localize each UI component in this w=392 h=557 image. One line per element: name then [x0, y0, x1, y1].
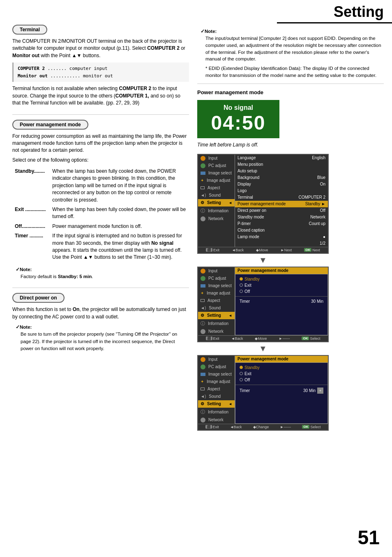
sidebar-input[interactable]: Input	[198, 155, 235, 162]
terminal-section: Terminal The COMPUTER IN 2/MONITOR OUT t…	[12, 25, 189, 107]
osd2-exit[interactable]: Exit	[235, 282, 327, 288]
right-note: ✓Note: The input/output terminal [Comput…	[201, 28, 384, 79]
osd3-main-area: Input PC adjust Image select ✦ Image adj…	[198, 356, 328, 424]
arrow-down-2: ▼	[197, 344, 329, 353]
sidebar-image-select[interactable]: Image select	[198, 169, 235, 177]
osd1-row-power-mgmt[interactable]: Power management modeStandby ►	[235, 201, 328, 207]
osd1-row-language: LanguageEnglish	[235, 155, 328, 161]
osd3-sidebar-input[interactable]: Input	[198, 356, 235, 363]
osd1-row-auto-setup: Auto setup	[235, 168, 328, 174]
osd3-sidebar-network[interactable]: Network	[198, 416, 235, 424]
sidebar-sound[interactable]: ◄) Sound	[198, 192, 235, 199]
power-mgmt-section: Power management mode For reducing power…	[12, 120, 189, 281]
osd3-exit[interactable]: Exit	[235, 371, 327, 377]
osd2-aspect-icon	[201, 299, 205, 302]
osd-panel-3: Input PC adjust Image select ✦ Image adj…	[197, 355, 329, 431]
divider2	[12, 288, 189, 288]
osd3-sidebar-img-adj[interactable]: ✦ Image adjust	[198, 378, 235, 385]
osd3-sidebar-sound[interactable]: ◄) Sound	[198, 393, 235, 400]
osd3-sidebar-img-sel[interactable]: Image select	[198, 371, 235, 378]
sidebar-image-adjust[interactable]: ✦ Image adjust	[198, 177, 235, 184]
image-adjust-icon: ✦	[201, 178, 204, 183]
osd1-row-page: 1/2	[235, 240, 328, 247]
power-mgmt-note: ✓Note: Factory default is Standby: 5 min…	[16, 266, 189, 281]
osd3-standby[interactable]: Standby	[235, 364, 327, 371]
osd2-network-icon	[201, 329, 205, 334]
sidebar-aspect[interactable]: Aspect	[198, 184, 235, 192]
osd2-sidebar-input[interactable]: Input	[198, 267, 235, 275]
osd1-row-direct-power: Direct power onOff	[235, 207, 328, 214]
osd2-sidebar-aspect[interactable]: Aspect	[198, 297, 235, 304]
osd2-sidebar-img-adj[interactable]: ✦ Image adjust	[198, 290, 235, 297]
option-timer-value: If the input signal is interrupted and n…	[51, 232, 188, 262]
note-title: ✓Note:	[16, 267, 32, 272]
osd1-sidebar: Input PC adjust Image select ✦ Image adj…	[198, 155, 235, 247]
option-exit: Exit ............... When the lamp has b…	[13, 205, 188, 221]
osd3-sidebar-aspect[interactable]: Aspect	[198, 385, 235, 393]
network-icon	[201, 216, 205, 221]
sidebar-setting[interactable]: ⚙ Setting ◄	[198, 199, 235, 207]
power-mgmt-heading: Power management mode	[12, 120, 88, 130]
osd2-sidebar-sound[interactable]: ◄) Sound	[198, 304, 235, 312]
osd2-sidebar-img-sel[interactable]: Image select	[198, 282, 235, 290]
osd1-row-menu-pos: Menu position	[235, 161, 328, 168]
osd3-setting-icon: ⚙	[201, 402, 204, 406]
osd2-info-icon: ⓘ	[201, 320, 205, 327]
sidebar-information[interactable]: ⓘ Information	[198, 207, 235, 215]
pm-caption: Time left before Lamp is off.	[197, 142, 384, 149]
right-note-content: The input/output terminal [Computer 2] d…	[205, 35, 384, 79]
osd3-heading: Power management mode	[235, 356, 328, 362]
osd3-exit-radio	[240, 372, 243, 375]
option-timer-key: Timer ..........	[13, 232, 50, 262]
arrow-down-1: ▼	[197, 255, 329, 265]
osd2-sidebar: Input PC adjust Image select ✦ Image adj…	[198, 267, 235, 335]
osd3-info-icon: ⓘ	[201, 409, 205, 415]
code-line-2: Monitor out ........... monitor out	[18, 72, 185, 80]
right-divider	[197, 84, 384, 84]
osd2-bottom-bar: ⬛Exit ◄Back ◆Move ►------ OK Select	[198, 335, 328, 341]
osd2-img-sel-icon	[201, 284, 205, 288]
osd2-standby-radio	[240, 277, 243, 281]
right-column: ✓Note: The input/output terminal [Comput…	[197, 25, 384, 431]
osd2-standby[interactable]: Standby	[235, 276, 327, 282]
osd2-divider	[235, 296, 327, 297]
osd1-row-standby-mode: Standby modeNetwork	[235, 214, 328, 220]
pc-adjust-icon	[201, 163, 205, 168]
osd2-heading: Power management mode	[235, 267, 328, 274]
option-standby-value: When the lamp has been fully cooled down…	[51, 167, 188, 204]
osd2-main-area: Input PC adjust Image select ✦ Image adj…	[198, 267, 328, 335]
osd1-row-logo: Logo	[235, 188, 328, 194]
pm-no-signal: No signal	[201, 104, 275, 111]
osd1-bottom-bar: ⬛Exit ◄Back ◆Move ►Next OK Next	[198, 247, 328, 253]
osd2-sidebar-network[interactable]: Network	[198, 328, 235, 335]
aspect-icon	[201, 186, 205, 189]
input-icon	[201, 156, 205, 161]
option-standby: Standby........ When the lamp has been f…	[13, 167, 188, 204]
osd2-exit-radio	[240, 283, 243, 287]
code-line-1: COMPUTER 2 ....... computer input	[18, 65, 185, 72]
osd2-sidebar-pc[interactable]: PC adjust	[198, 275, 235, 282]
terminal-para1: The COMPUTER IN 2/MONITOR OUT terminal o…	[12, 38, 189, 59]
divider1	[12, 114, 189, 115]
setting-icon: ⚙	[201, 200, 204, 205]
pm-countdown: 04:50	[201, 111, 275, 134]
osd3-sidebar-info[interactable]: ⓘ Information	[198, 408, 235, 416]
osd1-row-lamp-mode: Lamp mode●	[235, 234, 328, 240]
sidebar-pc-adjust[interactable]: PC adjust	[198, 162, 235, 169]
left-column: Terminal The COMPUTER IN 2/MONITOR OUT t…	[12, 25, 189, 431]
osd2-main: Power management mode Standby Exit	[235, 267, 328, 335]
sidebar-network[interactable]: Network	[198, 215, 235, 223]
osd2-sidebar-setting[interactable]: ⚙ Setting ◄	[198, 312, 235, 319]
osd2-submenu: Standby Exit Off Timer30 Min	[235, 274, 328, 335]
osd3-off[interactable]: Off	[235, 377, 327, 383]
osd2-setting-icon: ⚙	[201, 313, 204, 318]
osd2-sound-icon: ◄)	[201, 306, 206, 310]
osd1-row-display: DisplayOn	[235, 181, 328, 188]
osd3-sidebar-setting[interactable]: ⚙ Setting ◄	[198, 400, 235, 408]
osd3-stepper[interactable]: ＋	[317, 388, 323, 394]
osd2-off[interactable]: Off	[235, 288, 327, 295]
osd2-sidebar-info[interactable]: ⓘ Information	[198, 319, 235, 328]
osd3-sidebar-pc[interactable]: PC adjust	[198, 363, 235, 371]
direct-power-heading: Direct power on	[12, 293, 65, 303]
osd3-input-icon	[201, 357, 205, 362]
